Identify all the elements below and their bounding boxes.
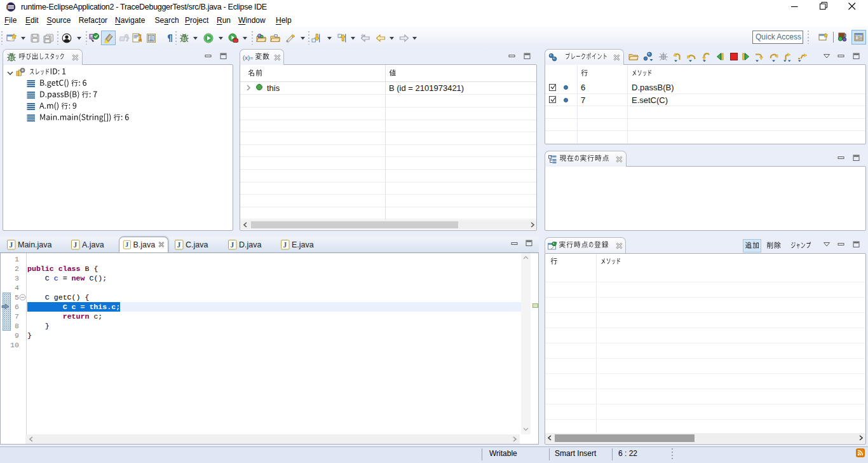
svg-text:J: J — [125, 241, 128, 248]
svg-text:(x)=: (x)= — [243, 54, 254, 61]
svg-text:J: J — [10, 240, 13, 248]
svg-text:J: J — [283, 240, 287, 248]
svg-text:J: J — [843, 32, 846, 39]
svg-text:J: J — [177, 240, 181, 248]
svg-text:J: J — [231, 240, 234, 248]
svg-text:J: J — [74, 240, 78, 248]
